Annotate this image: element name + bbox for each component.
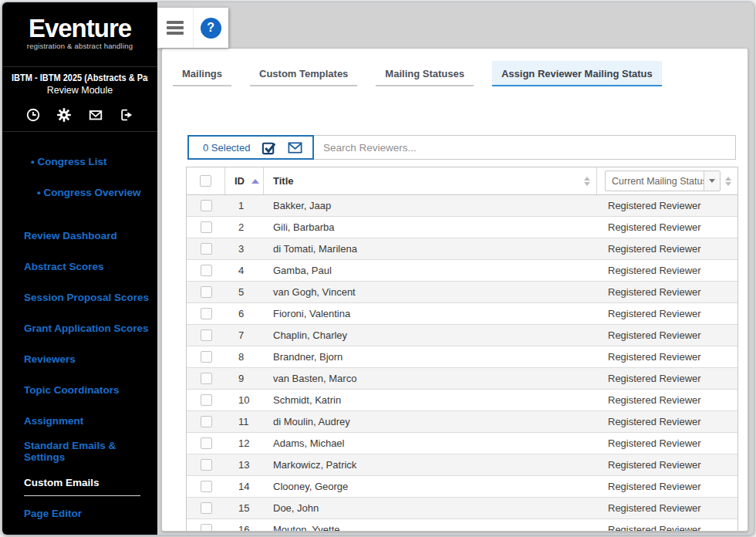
send-mail-icon[interactable] <box>287 140 303 156</box>
row-checkbox[interactable] <box>201 437 212 449</box>
reviewer-toolbar: 0 Selected <box>187 135 736 160</box>
logo-title: Eventure <box>2 15 157 41</box>
dropdown-button[interactable] <box>704 171 720 191</box>
row-title: van Gogh, Vincent <box>264 286 597 298</box>
gear-icon[interactable] <box>56 107 72 123</box>
select-all-checkbox[interactable] <box>200 175 211 187</box>
sidebar-item[interactable]: Session Proposal Scores <box>2 282 157 312</box>
row-checkbox[interactable] <box>201 243 212 255</box>
sidebar-item[interactable]: Abstract Scores <box>2 251 157 282</box>
selection-actions: 0 Selected <box>187 135 314 160</box>
row-title: Bakker, Jaap <box>264 200 597 211</box>
sidebar-item[interactable]: Page Editor <box>2 498 157 529</box>
table-row: 11 di Moulin, Audrey Registered Reviewer <box>187 411 737 433</box>
tab-bar: MailingsCustom TemplatesMailing Statuses… <box>173 61 737 86</box>
status-filter-select[interactable]: Current Mailing Status <box>605 171 721 191</box>
table-row: 4 Gamba, Paul Registered Reviewer <box>187 260 737 282</box>
sidebar-item[interactable]: Custom Emails <box>2 467 157 498</box>
sidebar-item[interactable]: Assignment <box>2 405 157 436</box>
row-checkbox[interactable] <box>201 265 212 276</box>
row-id: 13 <box>225 459 264 471</box>
help-button[interactable]: ? <box>194 8 229 48</box>
table-row: 5 van Gogh, Vincent Registered Reviewer <box>187 282 737 303</box>
mail-icon[interactable] <box>88 107 103 123</box>
sidebar-item[interactable]: • Congress Overview <box>2 177 157 208</box>
column-header-title[interactable]: Title <box>264 167 597 194</box>
menu-button[interactable] <box>157 8 194 48</box>
row-checkbox[interactable] <box>201 308 212 319</box>
row-status: Registered Reviewer <box>597 286 737 298</box>
row-checkbox[interactable] <box>201 459 212 471</box>
table-row: 13 Markowicz, Patrick Registered Reviewe… <box>187 454 737 476</box>
row-id: 4 <box>225 265 264 276</box>
row-title: Clooney, George <box>264 481 597 492</box>
sidebar-item[interactable]: Grant Application Scores <box>2 312 157 343</box>
row-status: Registered Reviewer <box>597 308 737 319</box>
row-id: 16 <box>225 524 264 532</box>
table-row: 9 van Basten, Marco Registered Reviewer <box>187 368 737 390</box>
row-title: Mouton, Yvette <box>264 524 597 532</box>
row-checkbox[interactable] <box>201 329 212 341</box>
row-status: Registered Reviewer <box>597 221 737 233</box>
sidebar-item[interactable]: Standard Emails & Settings <box>2 436 157 467</box>
column-header-id[interactable]: ID <box>225 167 264 194</box>
table-row: 3 di Tomati, Marilena Registered Reviewe… <box>187 238 737 260</box>
row-checkbox[interactable] <box>201 286 212 298</box>
congress-block: IBTM - IBTM 2025 (Abstracts & Par... Rev… <box>2 67 157 100</box>
row-id: 12 <box>225 437 264 449</box>
row-title: Adams, Michael <box>264 437 597 449</box>
row-id: 5 <box>225 286 264 298</box>
row-checkbox[interactable] <box>201 502 212 514</box>
clock-icon[interactable] <box>25 107 41 123</box>
logout-icon[interactable] <box>119 107 134 123</box>
tab[interactable]: Mailing Statuses <box>376 61 474 86</box>
row-checkbox[interactable] <box>201 394 212 406</box>
table-row: 1 Bakker, Jaap Registered Reviewer <box>187 195 737 217</box>
row-status: Registered Reviewer <box>597 394 737 406</box>
row-status: Registered Reviewer <box>597 524 737 532</box>
sidebar-item[interactable]: Review Dashboard <box>2 220 157 251</box>
row-checkbox[interactable] <box>201 416 212 427</box>
table-row: 6 Fioroni, Valentina Registered Reviewer <box>187 303 737 325</box>
content-card: MailingsCustom TemplatesMailing Statuses… <box>161 48 748 532</box>
row-checkbox[interactable] <box>201 481 212 492</box>
row-id: 1 <box>225 200 264 211</box>
sort-icon[interactable] <box>584 177 590 186</box>
tab[interactable]: Custom Templates <box>250 61 357 86</box>
select-all-icon[interactable] <box>261 140 277 156</box>
row-checkbox[interactable] <box>201 221 212 233</box>
row-id: 8 <box>225 351 264 363</box>
sidebar-item[interactable]: Reviewers <box>2 343 157 374</box>
logo-tagline: registration & abstract handling <box>2 42 157 50</box>
table-row: 2 Gili, Barbarba Registered Reviewer <box>187 217 737 238</box>
id-header-label: ID <box>235 175 245 187</box>
row-status: Registered Reviewer <box>597 329 737 341</box>
row-id: 3 <box>225 243 264 255</box>
table-row: 14 Clooney, George Registered Reviewer <box>187 476 737 498</box>
table-body: 1 Bakker, Jaap Registered Reviewer 2 Gil… <box>187 195 737 532</box>
sort-ascending-icon <box>251 179 259 184</box>
help-icon: ? <box>201 18 221 39</box>
sort-icon[interactable] <box>725 177 731 186</box>
table-row: 8 Brandner, Bjorn Registered Reviewer <box>187 346 737 368</box>
row-checkbox[interactable] <box>201 524 212 532</box>
search-input[interactable] <box>314 136 735 159</box>
row-title: di Moulin, Audrey <box>264 416 597 427</box>
sidebar-item[interactable]: Topic Coordinators <box>2 374 157 405</box>
reviewer-table: ID Title Current Mailing Status <box>186 167 738 532</box>
sidebar-item[interactable]: • Congress List <box>2 146 157 177</box>
row-title: Schmidt, Katrin <box>264 394 597 406</box>
table-row: 10 Schmidt, Katrin Registered Reviewer <box>187 390 737 411</box>
sidebar-nav: • Congress List• Congress OverviewReview… <box>2 132 157 529</box>
row-checkbox[interactable] <box>201 200 212 211</box>
module-label: Review Module <box>2 85 157 96</box>
tab[interactable]: Mailings <box>173 61 231 86</box>
tab[interactable]: Assign Reviewer Mailing Status <box>492 61 662 86</box>
row-id: 7 <box>225 329 264 341</box>
sidebar: Eventure registration & abstract handlin… <box>2 2 157 535</box>
row-checkbox[interactable] <box>201 373 212 384</box>
row-title: Gili, Barbarba <box>264 221 597 233</box>
row-title: Markowicz, Patrick <box>264 459 597 471</box>
selected-count: 0 Selected <box>203 142 250 154</box>
row-checkbox[interactable] <box>201 351 212 363</box>
